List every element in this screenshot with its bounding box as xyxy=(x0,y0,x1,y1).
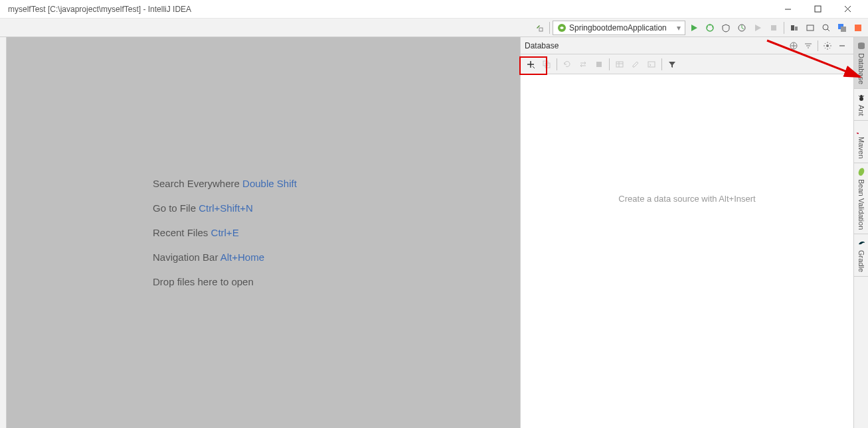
stop-button[interactable] xyxy=(766,21,781,35)
database-tool-window: Database Create a data source with Alt+I… xyxy=(520,37,853,428)
db-settings-icon[interactable] xyxy=(820,38,835,53)
gradle-icon xyxy=(857,238,866,248)
bean-icon xyxy=(857,167,866,177)
chevron-down-icon: ▾ xyxy=(677,23,681,33)
search-icon[interactable] xyxy=(819,21,833,35)
db-edit-button[interactable] xyxy=(628,57,643,72)
tab-database[interactable]: Database xyxy=(854,37,868,89)
window-titlebar: myselfTest [C:\javaproject\myselfTest] -… xyxy=(0,0,868,19)
debug-button[interactable] xyxy=(703,21,717,35)
db-add-button[interactable] xyxy=(523,57,538,72)
svg-rect-32 xyxy=(596,62,602,67)
svg-rect-13 xyxy=(795,27,798,31)
tab-bean-validation[interactable]: Bean Validation xyxy=(854,163,868,234)
svg-point-15 xyxy=(823,25,828,30)
db-filter-icon[interactable] xyxy=(801,38,816,53)
plugin-icon[interactable] xyxy=(851,21,865,35)
db-console-button[interactable] xyxy=(644,57,659,72)
build-icon[interactable] xyxy=(532,21,547,35)
screen-button[interactable] xyxy=(803,21,818,35)
hint-goto-file: Go to File Ctrl+Shift+N xyxy=(153,202,253,214)
maximize-button[interactable] xyxy=(803,0,833,19)
tab-maven[interactable]: m Maven xyxy=(854,121,868,163)
vcs-button[interactable] xyxy=(787,21,802,35)
editor-empty-state: Search Everywhere Double Shift Go to Fil… xyxy=(7,37,520,428)
translate-icon[interactable] xyxy=(835,21,849,35)
svg-rect-1 xyxy=(815,6,821,12)
tab-ant[interactable]: Ant xyxy=(854,89,868,121)
svg-point-39 xyxy=(859,97,863,101)
spring-icon xyxy=(557,23,566,33)
window-title: myselfTest [C:\javaproject\myselfTest] -… xyxy=(5,5,773,14)
db-stop-button[interactable] xyxy=(592,57,606,72)
database-panel-title: Database xyxy=(525,41,786,50)
run-button[interactable] xyxy=(687,21,701,35)
db-sync-button[interactable] xyxy=(576,57,590,72)
svg-point-43 xyxy=(857,167,865,177)
hint-drop-files: Drop files here to open xyxy=(153,276,254,287)
main-toolbar: SpringbootdemoApplication ▾ xyxy=(0,19,868,37)
database-icon xyxy=(857,41,866,50)
svg-line-16 xyxy=(827,29,829,31)
maven-icon: m xyxy=(857,125,866,134)
minimize-button[interactable] xyxy=(773,0,803,19)
hint-search-everywhere: Search Everywhere Double Shift xyxy=(153,178,297,189)
svg-rect-14 xyxy=(807,25,814,31)
svg-rect-18 xyxy=(841,27,846,32)
db-refresh-button[interactable] xyxy=(560,57,574,72)
database-empty-hint: Create a data source with Alt+Insert xyxy=(618,194,755,204)
database-header: Database xyxy=(521,37,853,54)
svg-rect-36 xyxy=(648,62,655,67)
svg-line-41 xyxy=(863,96,864,97)
svg-rect-19 xyxy=(855,25,861,31)
svg-rect-11 xyxy=(771,25,776,31)
db-table-button[interactable] xyxy=(612,57,627,72)
ant-icon xyxy=(857,93,866,102)
svg-text:m: m xyxy=(857,132,861,134)
db-filter-button[interactable] xyxy=(665,57,679,72)
run-config-label: SpringbootdemoApplication xyxy=(569,23,667,33)
svg-rect-4 xyxy=(539,28,543,31)
right-tool-tabs: Database Ant m Maven Bean Validation Gra… xyxy=(853,37,868,428)
profile-button[interactable] xyxy=(735,21,749,35)
svg-line-40 xyxy=(859,96,860,97)
svg-rect-33 xyxy=(616,62,623,67)
db-duplicate-button[interactable] xyxy=(539,57,554,72)
run-configuration-dropdown[interactable]: SpringbootdemoApplication ▾ xyxy=(553,21,685,35)
attach-button[interactable] xyxy=(750,21,765,35)
hint-nav-bar: Navigation Bar Alt+Home xyxy=(153,251,264,263)
database-toolbar xyxy=(521,54,853,74)
db-minimize-icon[interactable] xyxy=(835,38,849,53)
coverage-button[interactable] xyxy=(719,21,733,35)
db-assign-icon[interactable] xyxy=(786,38,801,53)
tab-gradle[interactable]: Gradle xyxy=(854,234,868,277)
svg-point-26 xyxy=(826,44,829,47)
left-gutter[interactable] xyxy=(0,37,7,428)
svg-rect-12 xyxy=(791,25,794,31)
close-button[interactable] xyxy=(833,0,863,19)
hint-recent-files: Recent Files Ctrl+E xyxy=(153,227,239,238)
